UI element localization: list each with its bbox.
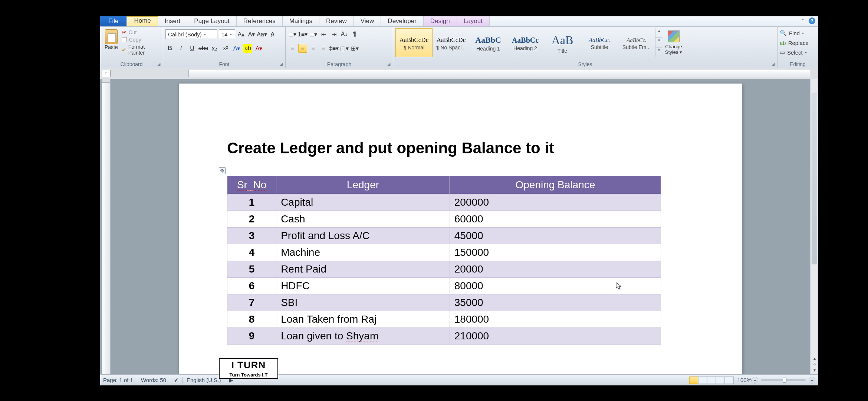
table-row[interactable]: 9Loan given to Shyam210000: [227, 328, 661, 345]
superscript-button[interactable]: x²: [221, 44, 230, 53]
view-full-screen[interactable]: [698, 376, 707, 384]
grow-font-button[interactable]: A▴: [237, 30, 246, 39]
cell-srno[interactable]: 4: [227, 244, 276, 261]
cell-ledger[interactable]: Loan Taken from Raj: [276, 311, 450, 328]
cell-srno[interactable]: 6: [227, 278, 276, 294]
view-draft[interactable]: [725, 376, 734, 384]
cell-balance[interactable]: 180000: [450, 311, 661, 328]
increase-indent-button[interactable]: ⇥: [329, 30, 338, 39]
shading-button[interactable]: ▢▾: [340, 44, 349, 53]
tab-home[interactable]: Home: [127, 16, 158, 26]
numbering-button[interactable]: 1≡▾: [298, 30, 307, 39]
zoom-out-button[interactable]: −: [752, 377, 758, 384]
zoom-handle[interactable]: [783, 378, 786, 383]
cell-balance[interactable]: 20000: [450, 261, 661, 278]
cell-ledger[interactable]: HDFC: [276, 278, 450, 294]
format-painter-button[interactable]: ✔Format Painter: [122, 44, 161, 56]
strikethrough-button[interactable]: abc: [199, 44, 208, 53]
change-styles-button[interactable]: Change Styles ▾: [662, 28, 685, 57]
cell-ledger[interactable]: Machine: [276, 244, 450, 261]
help-icon[interactable]: ?: [809, 17, 815, 24]
shrink-font-button[interactable]: A▾: [247, 30, 256, 39]
cell-balance[interactable]: 80000: [450, 278, 661, 294]
borders-button[interactable]: ⊞▾: [350, 44, 359, 53]
cell-balance[interactable]: 60000: [450, 211, 661, 228]
align-right-button[interactable]: ≡: [309, 44, 318, 53]
tab-mailings[interactable]: Mailings: [283, 16, 319, 26]
cell-ledger[interactable]: Profit and Loss A/C: [276, 228, 450, 244]
cell-ledger[interactable]: Capital: [276, 194, 450, 211]
col-srno[interactable]: Sr_No: [227, 176, 276, 194]
tab-view[interactable]: View: [354, 16, 381, 26]
cell-ledger[interactable]: Cash: [276, 211, 450, 228]
zoom-in-button[interactable]: +: [809, 377, 815, 384]
status-zoom[interactable]: 100%: [737, 377, 752, 383]
replace-button[interactable]: abReplace: [780, 38, 816, 48]
status-language[interactable]: English (U.S.): [187, 377, 221, 383]
tab-layout[interactable]: Layout: [457, 16, 490, 26]
underline-button[interactable]: U: [188, 44, 197, 53]
copy-button[interactable]: Copy: [122, 37, 161, 43]
scrollbar-thumb[interactable]: [812, 94, 817, 264]
style--no-spaci-[interactable]: AaBbCcDc¶ No Spaci...: [433, 28, 470, 57]
col-ledger[interactable]: Ledger: [276, 176, 450, 194]
vertical-scrollbar[interactable]: ▴ ○ ▾: [810, 79, 818, 374]
view-print-layout[interactable]: [689, 376, 698, 384]
tab-page-layout[interactable]: Page Layout: [187, 16, 236, 26]
subscript-button[interactable]: x₂: [210, 44, 219, 53]
align-center-button[interactable]: ≡: [298, 44, 307, 53]
styles-launcher-icon[interactable]: ◢: [770, 62, 776, 67]
align-left-button[interactable]: ≡: [288, 44, 297, 53]
status-page[interactable]: Page: 1 of 1: [103, 377, 133, 383]
table-row[interactable]: 1Capital200000: [227, 194, 661, 211]
cell-ledger[interactable]: Loan given to Shyam: [276, 328, 450, 345]
cell-balance[interactable]: 210000: [450, 328, 661, 345]
cell-srno[interactable]: 7: [227, 294, 276, 311]
tab-review[interactable]: Review: [319, 16, 354, 26]
style-subtle-em-[interactable]: AaBbCc.Subtle Em...: [618, 28, 655, 57]
cell-balance[interactable]: 45000: [450, 228, 661, 244]
proofing-icon[interactable]: ✔: [174, 377, 179, 384]
font-launcher-icon[interactable]: ◢: [279, 62, 284, 67]
cell-ledger[interactable]: Rent Paid: [276, 261, 450, 278]
table-row[interactable]: 8Loan Taken from Raj180000: [227, 311, 661, 328]
change-case-button[interactable]: Aa▾: [257, 30, 266, 39]
view-web[interactable]: [707, 376, 716, 384]
table-row[interactable]: 3Profit and Loss A/C45000: [227, 228, 661, 244]
cell-srno[interactable]: 8: [227, 311, 276, 328]
show-marks-button[interactable]: ¶: [350, 30, 359, 39]
decrease-indent-button[interactable]: ⇤: [319, 30, 328, 39]
style-heading-1[interactable]: AaBbCHeading 1: [470, 28, 507, 57]
find-button[interactable]: 🔍Find▾: [780, 28, 816, 38]
cell-balance[interactable]: 150000: [450, 244, 661, 261]
style--normal[interactable]: AaBbCcDc¶ Normal: [395, 28, 433, 57]
cell-ledger[interactable]: SBI: [276, 294, 450, 311]
cell-balance[interactable]: 200000: [450, 194, 661, 211]
table-row[interactable]: 2Cash60000: [227, 211, 661, 228]
cell-srno[interactable]: 1: [227, 194, 276, 211]
ledger-table[interactable]: Sr_No Ledger Opening Balance 1Capital200…: [227, 176, 661, 345]
font-name-combo[interactable]: Calibri (Body)▾: [165, 29, 217, 39]
col-opening-balance[interactable]: Opening Balance: [450, 176, 661, 194]
cell-srno[interactable]: 3: [227, 228, 276, 244]
next-page-icon[interactable]: ▾: [813, 368, 816, 373]
line-spacing-button[interactable]: ‡≡▾: [329, 44, 338, 53]
prev-page-icon[interactable]: ▴: [813, 356, 816, 361]
sort-button[interactable]: A↓: [340, 30, 349, 39]
cell-srno[interactable]: 9: [227, 328, 276, 345]
table-row[interactable]: 5Rent Paid20000: [227, 261, 661, 278]
italic-button[interactable]: I: [177, 44, 185, 53]
status-words[interactable]: Words: 50: [141, 377, 166, 383]
tab-insert[interactable]: Insert: [158, 16, 188, 26]
style-heading-2[interactable]: AaBbCcHeading 2: [507, 28, 544, 57]
font-color-button[interactable]: A▾: [254, 44, 263, 53]
justify-button[interactable]: ≡: [319, 44, 328, 53]
multilevel-button[interactable]: ≣▾: [309, 30, 318, 39]
table-move-handle-icon[interactable]: ✥: [219, 167, 226, 174]
browse-object-icon[interactable]: ○: [813, 362, 816, 367]
font-size-combo[interactable]: 14▾: [219, 29, 235, 39]
cell-balance[interactable]: 35000: [450, 294, 661, 311]
cut-button[interactable]: ✂Cut: [122, 29, 161, 36]
paste-button[interactable]: Paste: [102, 28, 120, 60]
tab-developer[interactable]: Developer: [381, 16, 424, 26]
